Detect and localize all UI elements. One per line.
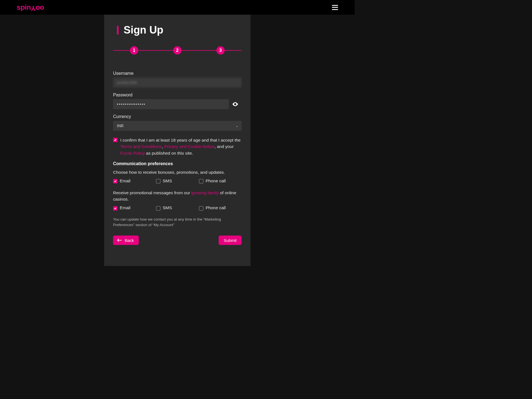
username-group: Username [113,71,242,88]
username-input[interactable] [113,78,242,88]
step-1[interactable]: 1 [130,46,138,55]
comm1-sms-checkbox[interactable] [156,179,160,183]
comm2-email-checkbox[interactable] [113,206,117,211]
comm2-phone-label: Phone call [206,205,226,210]
comm1-phone-checkbox[interactable] [199,179,203,183]
step-2[interactable]: 2 [173,46,181,55]
action-row: Back Submit [113,236,242,245]
comm-row-2: Email SMS Phone call [113,205,242,211]
username-label: Username [113,71,242,76]
title-accent-bar [117,26,119,35]
currency-group: Currency INR ⌄ [113,114,242,131]
marketing-fineprint: You can update how we contact you at any… [113,217,242,228]
comm-sub-1: Choose how to receive bonuses, promotion… [113,169,242,175]
panel-title-row: Sign Up [113,24,242,36]
password-group: Password [113,93,242,109]
comm1-phone-label: Phone call [206,178,226,183]
step-3[interactable]: 3 [216,46,225,55]
back-button[interactable]: Back [113,236,139,245]
comm2-email-label: Email [120,205,131,210]
comm1-sms-label: SMS [163,178,172,183]
app-header: spinYoo [0,0,355,15]
privacy-link[interactable]: Privacy and Cookie Notice [164,144,215,149]
svg-point-0 [235,104,236,105]
age-consent-row: I confirm that I am at least 18 years of… [113,137,242,156]
funds-link[interactable]: Funds Policy [120,151,145,155]
password-label: Password [113,93,242,98]
brand-logo[interactable]: spinYoo [17,3,44,12]
submit-button[interactable]: Submit [219,236,242,245]
comm1-email-checkbox[interactable] [113,179,117,183]
terms-link[interactable]: Terms and Conditions [120,144,162,149]
age-consent-text: I confirm that I am at least 18 years of… [120,137,242,156]
password-input[interactable] [113,99,229,109]
comm-sub-2: Receive promotional messages from our gr… [113,190,242,203]
comm1-email-label: Email [120,178,131,183]
page-title: Sign Up [124,24,163,36]
arrow-left-icon [117,238,122,242]
menu-icon[interactable] [332,5,338,10]
signup-panel: Sign Up 1 2 3 Username Password Currency… [104,15,250,266]
age-consent-checkbox[interactable] [113,138,117,142]
growing-family-link[interactable]: growing family [191,190,219,195]
eye-icon[interactable] [229,101,242,108]
comm2-phone-checkbox[interactable] [199,206,203,211]
comm2-sms-checkbox[interactable] [156,206,160,211]
currency-label: Currency [113,114,242,119]
comm-row-1: Email SMS Phone call [113,178,242,183]
comm2-sms-label: SMS [163,205,172,210]
currency-select[interactable]: INR [113,121,242,131]
comm-heading: Communication preferences [113,161,242,166]
stepper: 1 2 3 [113,46,242,55]
